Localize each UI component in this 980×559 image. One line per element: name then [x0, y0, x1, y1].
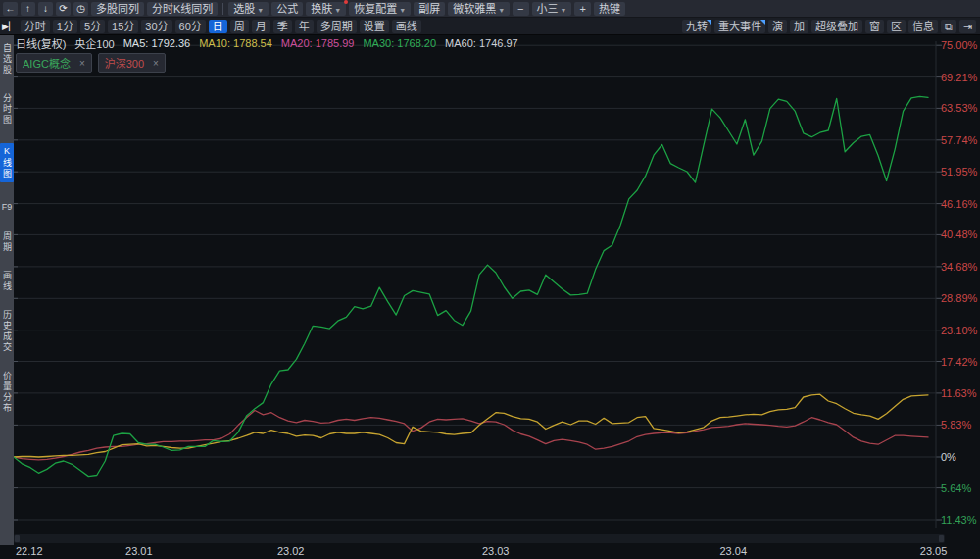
ma30-text: MA30: 1768.20: [363, 37, 436, 49]
y-axis-label: 28.89%: [941, 292, 978, 304]
stock-picker-button[interactable]: 选股▼: [228, 2, 269, 16]
font-size-label: 小三: [537, 3, 559, 15]
y-axis-label: 5.64%: [941, 483, 971, 494]
clock-icon[interactable]: ◷: [74, 2, 88, 16]
add-button[interactable]: 加: [790, 20, 808, 33]
font-larger-label: +: [579, 3, 585, 15]
period-yearly-button[interactable]: 年: [295, 20, 314, 33]
skin-label: 换肤: [311, 3, 332, 15]
info-button[interactable]: 信息: [908, 20, 938, 33]
nine-turn-button[interactable]: 九转: [682, 20, 711, 33]
y-axis-label: 17.42%: [941, 356, 978, 368]
x-axis-label: 23.02: [277, 545, 305, 557]
super-overlay-button[interactable]: 超级叠加: [811, 20, 862, 33]
collapse-right-icon[interactable]: ⇥: [959, 20, 976, 33]
up-arrow-icon[interactable]: ↑: [21, 2, 35, 16]
period-m1-button[interactable]: 1分: [53, 20, 77, 33]
y-axis-label: 11.43%: [941, 514, 977, 526]
window-button[interactable]: 窗: [865, 20, 884, 33]
y-axis-label: 63.53%: [941, 102, 978, 114]
font-size-button[interactable]: 小三▼: [532, 2, 572, 16]
back-arrow-icon[interactable]: ←: [3, 2, 18, 16]
tag-hs300[interactable]: 沪深300×: [98, 53, 166, 73]
dual-screens-icon[interactable]: ⧉: [941, 20, 956, 33]
period-settings-button[interactable]: 设置: [360, 20, 389, 33]
refresh-icon[interactable]: ⟳: [56, 2, 71, 16]
main-toolbar: ←↑↓⟳◷ 多股同列分时K线同列选股▼公式换肤▼恢复配置▼副屏微软雅黑▼−小三▼…: [0, 0, 980, 18]
secondary-screen-button[interactable]: 副屏: [414, 2, 445, 16]
secondary-screen-label: 副屏: [418, 3, 440, 15]
font-family-button[interactable]: 微软雅黑▼: [448, 2, 510, 16]
ma-indicator-row: 日线(复权)央企100MA5: 1792.36MA10: 1788.54MA20…: [16, 36, 518, 50]
major-events-button[interactable]: 重大事件: [714, 20, 765, 33]
chevron-down-icon: ▼: [257, 7, 264, 14]
stock-app-window: ←↑↓⟳◷ 多股同列分时K线同列选股▼公式换肤▼恢复配置▼副屏微软雅黑▼−小三▼…: [0, 0, 980, 559]
ma10-text: MA10: 1788.54: [199, 37, 272, 49]
period-m30-button[interactable]: 30分: [141, 20, 172, 33]
x-axis-label: 23.01: [125, 545, 153, 557]
y-axis-label: 5.83%: [941, 419, 971, 431]
period-draw-line-button[interactable]: 画线: [392, 20, 421, 33]
x-axis-label: 23.03: [482, 545, 510, 557]
period-multi-period-button[interactable]: 多周期: [317, 20, 357, 33]
period-quarterly-button[interactable]: 季: [273, 20, 292, 33]
multi-stock-tile-button[interactable]: 多股同列: [91, 2, 144, 16]
restore-config-button[interactable]: 恢复配置▼: [349, 2, 411, 16]
sidebar-item-history-trades[interactable]: 历史成交: [0, 310, 14, 353]
x-axis-label: 22.12: [16, 545, 43, 557]
y-axis-label: 69.21%: [941, 72, 978, 83]
chart-h-scrollbar[interactable]: [14, 534, 945, 543]
chevron-down-icon: ▼: [334, 7, 341, 14]
stock-picker-label: 选股: [233, 3, 255, 15]
hotkeys-label: 热键: [599, 3, 620, 15]
zone-button[interactable]: 区: [887, 20, 906, 33]
period-m5-button[interactable]: 5分: [80, 20, 105, 33]
sidebar-item-watchlist[interactable]: 自选股: [0, 43, 14, 76]
playback-button[interactable]: 演: [768, 20, 787, 33]
font-smaller-button[interactable]: −: [513, 2, 528, 16]
sidebar-item-period[interactable]: 周期: [0, 231, 14, 253]
tool-button-group: 九转重大事件演加超级叠加窗区信息⧉⇥: [682, 20, 976, 33]
period-toolbar: ▶▏ 分时1分5分15分30分60分日周月季年多周期设置画线 九转重大事件演加超…: [0, 18, 980, 35]
period-intraday-button[interactable]: 分时: [21, 20, 50, 33]
formula-button[interactable]: 公式: [271, 2, 303, 16]
restore-config-label: 恢复配置: [354, 3, 397, 15]
close-icon[interactable]: ×: [153, 58, 159, 69]
chevron-down-icon: ▼: [498, 7, 505, 14]
down-arrow-icon[interactable]: ↓: [38, 2, 53, 16]
chevron-down-icon: ▼: [561, 7, 567, 14]
sidebar-item-draw-line[interactable]: 画线: [0, 271, 14, 292]
period-button-group: 分时1分5分15分30分60分日周月季年多周期设置画线: [21, 20, 421, 33]
period-m15-button[interactable]: 15分: [108, 20, 138, 33]
period-daily-button[interactable]: 日: [209, 20, 227, 33]
sidebar-item-kline-chart[interactable]: K线图: [0, 143, 14, 182]
y-axis-label: 34.68%: [941, 261, 978, 273]
font-family-label: 微软雅黑: [453, 3, 496, 15]
period-m60-button[interactable]: 60分: [175, 20, 206, 33]
sidebar-item-price-volume[interactable]: 价量分布: [0, 371, 14, 414]
period-weekly-button[interactable]: 周: [230, 20, 249, 33]
close-icon[interactable]: ×: [79, 58, 85, 69]
chart-type-text: 日线(复权): [16, 35, 66, 51]
font-larger-button[interactable]: +: [574, 2, 590, 16]
y-axis-label: 11.63%: [941, 387, 977, 399]
hotkeys-button[interactable]: 热键: [594, 2, 625, 16]
ma5-text: MA5: 1792.36: [123, 37, 191, 49]
overlay-line-chart: 75.00%69.21%63.53%57.74%51.95%46.16%40.4…: [14, 35, 980, 559]
multi-stock-tile-label: 多股同列: [96, 3, 139, 15]
intraday-kline-tile-label: 分时K线同列: [152, 3, 213, 15]
ma20-text: MA20: 1785.99: [281, 37, 355, 49]
series-line-AIGC概念: [14, 96, 928, 476]
toolbar-button-group: 多股同列分时K线同列选股▼公式换肤▼恢复配置▼副屏微软雅黑▼−小三▼+热键: [91, 2, 625, 16]
skin-button[interactable]: 换肤▼: [306, 2, 346, 16]
sidebar-item-intraday-chart[interactable]: 分时图: [0, 93, 14, 126]
font-smaller-label: −: [517, 3, 523, 15]
y-axis-label: 57.74%: [941, 134, 978, 146]
tag-aigc[interactable]: AIGC概念×: [16, 53, 92, 73]
overlay-tags: AIGC概念×沪深300×: [16, 53, 166, 73]
x-axis-label: 23.04: [720, 545, 748, 557]
period-monthly-button[interactable]: 月: [252, 20, 270, 33]
intraday-kline-tile-button[interactable]: 分时K线同列: [147, 2, 218, 16]
sidebar-item-f9[interactable]: F9: [2, 200, 13, 214]
play-icon[interactable]: ▶▏: [2, 22, 16, 31]
